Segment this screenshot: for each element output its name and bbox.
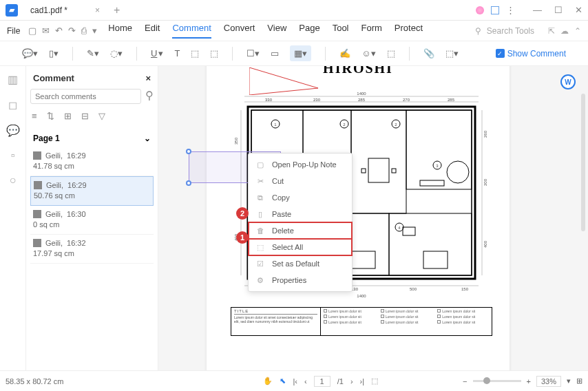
dim-top: 1400 (357, 92, 366, 96)
search-panel-icon[interactable]: ○ (10, 174, 17, 187)
zoom-in-icon[interactable]: + (527, 377, 531, 385)
area-tool[interactable]: ▦▾ (290, 45, 311, 61)
document-canvas[interactable]: W HIROSHI 1400 330230285270285 1 2 2 3 5 (158, 66, 588, 370)
status-dot-icon (476, 6, 484, 14)
tab-convert[interactable]: Convert (224, 23, 255, 39)
comment-item[interactable]: Geili,16:29 41.78 sq cm (30, 147, 154, 176)
sort-icon[interactable]: ⇅ (47, 111, 54, 121)
tab-tool[interactable]: Tool (333, 23, 349, 39)
word-export-icon[interactable]: W (560, 74, 576, 89)
ctx-copy[interactable]: ⧉Copy (249, 189, 352, 206)
underline-tool[interactable]: U▾ (151, 48, 163, 59)
zoom-dropdown-icon[interactable]: ▾ (567, 377, 571, 385)
eraser-tool[interactable]: ◌▾ (110, 48, 123, 59)
signature-tool[interactable]: ✍ (339, 48, 350, 59)
close-sidebar-icon[interactable]: × (145, 73, 151, 83)
select-tool-icon[interactable]: ⬉ (280, 377, 286, 385)
attachment-tool[interactable]: 📎 (423, 48, 434, 59)
tab-comment[interactable]: Comment (172, 23, 211, 39)
ctx-delete[interactable]: 🗑Delete (249, 222, 352, 239)
comment-item[interactable]: Geili,16:30 0 sq cm (30, 206, 154, 235)
save-icon[interactable]: ▢ (28, 25, 36, 36)
resize-handle[interactable] (186, 149, 191, 154)
pencil-tool[interactable]: ✎▾ (87, 48, 99, 59)
tab-home[interactable]: Home (108, 23, 132, 39)
collapse-icon[interactable]: ⊟ (81, 111, 89, 121)
maximize-button[interactable]: ☐ (554, 5, 563, 15)
redo-icon[interactable]: ↷ (68, 25, 76, 36)
more-tool[interactable]: ⬚▾ (445, 48, 459, 59)
ctx-cut[interactable]: ✂Cut (249, 173, 352, 189)
context-menu: ▢Open Pop-Up Note ✂Cut ⧉Copy ▯Paste 🗑Del… (248, 153, 353, 292)
file-menu[interactable]: File (7, 26, 20, 36)
minimize-button[interactable]: — (533, 5, 542, 15)
last-page-icon[interactable]: ›| (360, 377, 365, 385)
collapse-icon[interactable]: ⌃ (574, 26, 581, 36)
undo-icon[interactable]: ↶ (55, 25, 63, 36)
cloud-icon[interactable]: ☁ (560, 26, 569, 36)
tab-form[interactable]: Form (361, 23, 382, 39)
area-icon (33, 239, 41, 247)
search-comments-input[interactable] (30, 89, 141, 104)
highlight-tool[interactable]: ▯▾ (49, 48, 59, 59)
comment-item[interactable]: Geili,16:32 17.97 sq cm (30, 235, 154, 264)
close-tab-icon[interactable]: × (95, 6, 100, 15)
zoom-slider[interactable] (473, 380, 521, 382)
thumbnails-icon[interactable]: ▥ (8, 73, 18, 86)
tab-page[interactable]: Page (299, 23, 319, 39)
stamp-tool[interactable]: ▭ (271, 48, 279, 59)
tab-edit[interactable]: Edit (145, 23, 160, 39)
stamp2-tool[interactable]: ☺▾ (361, 48, 375, 59)
bookmarks-icon[interactable]: ◻ (8, 98, 17, 112)
text-tool[interactable]: T (174, 48, 180, 59)
expand-icon[interactable]: ⊞ (64, 111, 72, 121)
ctx-set-default[interactable]: ☑Set as Default (249, 255, 352, 272)
share-icon[interactable]: ⇱ (548, 26, 555, 36)
ctx-properties[interactable]: ⚙Properties (249, 272, 352, 288)
print-icon[interactable]: ⎙ (81, 25, 87, 36)
comment-item-selected[interactable]: Geili,16:29 50.76 sq cm (30, 176, 154, 206)
page-input[interactable]: 1 (314, 376, 330, 387)
svg-rect-22 (420, 180, 444, 186)
page-group-header[interactable]: Page 1 ⌄ (30, 129, 154, 147)
mail-icon[interactable]: ✉ (42, 25, 50, 36)
search-icon[interactable]: ⚲ (145, 89, 154, 104)
attachments-icon[interactable]: ▫ (11, 149, 15, 162)
svg-text:1400: 1400 (357, 294, 366, 298)
svg-rect-39 (403, 227, 415, 235)
scrollbar[interactable] (581, 94, 585, 231)
account-indicators[interactable]: ⋮ (476, 5, 515, 15)
comments-panel-icon[interactable]: 💬 (6, 124, 20, 137)
shape-tool[interactable]: ☐▾ (246, 48, 260, 59)
ctx-open-popup[interactable]: ▢Open Pop-Up Note (249, 156, 352, 173)
fit-page-icon[interactable]: ⊞ (576, 377, 582, 385)
zoom-out-icon[interactable]: − (463, 377, 467, 385)
ctx-paste[interactable]: ▯Paste (249, 206, 352, 222)
close-window-button[interactable]: ✕ (575, 5, 582, 15)
zoom-value[interactable]: 33% (536, 376, 561, 387)
textbox-tool[interactable]: ⬚ (191, 48, 199, 59)
svg-text:330: 330 (265, 98, 273, 102)
resize-handle[interactable] (186, 180, 191, 186)
document-tab[interactable]: cad1.pdf * × (23, 3, 107, 18)
filter-icon[interactable]: ▽ (98, 111, 105, 121)
new-tab-button[interactable]: + (114, 4, 120, 17)
link-tool[interactable]: ⬚ (387, 48, 395, 59)
prev-page-icon[interactable]: ‹ (304, 377, 307, 385)
page-label: Page 1 (33, 134, 60, 143)
show-comment-toggle[interactable]: ✓ Show Comment (496, 49, 566, 59)
print-dropdown-icon[interactable]: ▾ (92, 25, 97, 36)
next-page-icon[interactable]: › (350, 377, 353, 385)
search-tools[interactable]: Search Tools (487, 26, 534, 36)
note-tool[interactable]: 💬▾ (22, 48, 38, 59)
ctx-select-all[interactable]: ⬚Select All (249, 239, 352, 255)
list-icon[interactable]: ≡ (32, 111, 37, 121)
tab-view[interactable]: View (267, 23, 286, 39)
fit-icon[interactable]: ⬚ (371, 377, 378, 385)
callout-tool[interactable]: ⬚ (210, 48, 218, 59)
hand-tool-icon[interactable]: ✋ (263, 377, 273, 385)
tab-protect[interactable]: Protect (395, 23, 423, 39)
kebab-icon[interactable]: ⋮ (506, 5, 515, 15)
select-all-icon: ⬚ (255, 242, 265, 252)
first-page-icon[interactable]: |‹ (293, 377, 297, 385)
